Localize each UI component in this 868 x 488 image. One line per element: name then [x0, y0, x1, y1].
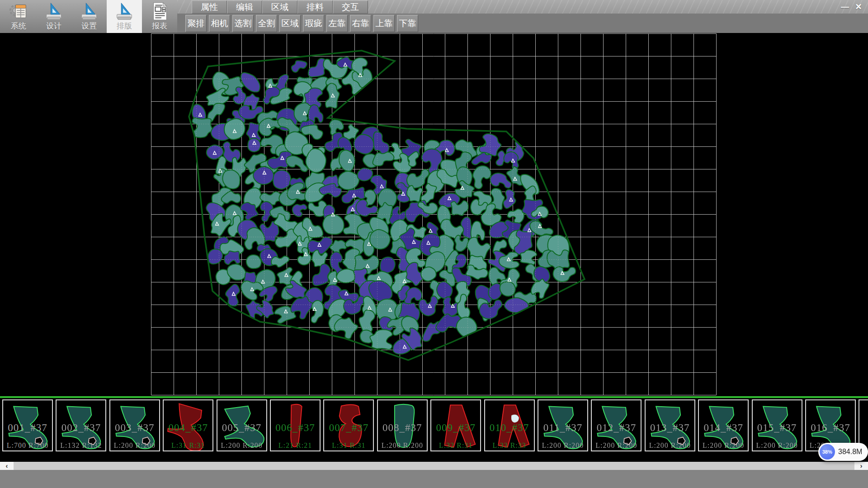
piece-name: 012_#37: [592, 422, 641, 434]
horizontal-scrollbar[interactable]: ‹ ›: [0, 462, 868, 470]
piece-thumbnail-3[interactable]: 003_#37L:200 R:200: [109, 399, 160, 451]
ruler-icon: [43, 1, 64, 22]
piece-name: 015_#37: [753, 422, 802, 434]
piece-name: 007_#37: [324, 422, 373, 434]
piece-name: 005_#37: [217, 422, 266, 434]
piece-lr-count: L:200 R:200: [592, 441, 641, 450]
menu-tab-3[interactable]: 区域: [262, 0, 297, 14]
piece-lr-count: L:200 R:200: [538, 441, 587, 450]
report-icon: [149, 1, 170, 22]
minimize-button[interactable]: —: [838, 1, 852, 12]
tool-button-2[interactable]: 相机: [209, 15, 230, 32]
tool-button-5[interactable]: 区域: [279, 15, 301, 32]
mode-button-5[interactable]: 报表: [142, 0, 177, 33]
piece-lr-count: L:200 R:200: [753, 441, 802, 450]
piece-thumbnail-8[interactable]: 008_#37L:200 R:200: [377, 399, 428, 451]
piece-thumbnail-5[interactable]: 005_#37L:200 R:200: [217, 399, 267, 451]
menu-tab-2[interactable]: 编辑: [227, 0, 262, 14]
piece-thumbnail-13[interactable]: 013_#37L:200 R:200: [645, 399, 695, 451]
tool-button-4[interactable]: 全割: [256, 15, 277, 32]
mode-button-label: 报表: [152, 22, 167, 31]
tool-button-3[interactable]: 选割: [232, 15, 254, 32]
piece-lr-count: L:21 R:21: [271, 441, 320, 450]
tool-button-9[interactable]: 上靠: [373, 15, 395, 32]
menu-tab-4[interactable]: 排料: [297, 0, 333, 14]
status-bar: [0, 470, 868, 488]
ruler-icon: [114, 1, 135, 22]
piece-lr-count: L:31 R:31: [164, 441, 212, 450]
piece-name: 013_#37: [646, 422, 694, 434]
progress-percent: 38%: [822, 449, 832, 455]
piece-lr-count: L:700 R:700: [3, 441, 52, 450]
progress-circle: 38%: [820, 444, 835, 460]
tool-button-10[interactable]: 下靠: [397, 15, 418, 32]
scroll-right-button[interactable]: ›: [854, 462, 868, 470]
tool-button-6[interactable]: 瑕疵: [303, 15, 324, 32]
piece-lr-count: L:200 R:200: [378, 441, 427, 450]
piece-thumbnail-7[interactable]: 007_#37L:31 R:31: [323, 399, 374, 451]
piece-thumbnail-6[interactable]: 006_#37L:21 R:21: [270, 399, 321, 451]
piece-lr-count: L:33 R:33: [485, 441, 534, 450]
mode-button-label: 排版: [117, 22, 132, 31]
system-icon: [8, 1, 29, 22]
piece-thumbnail-10[interactable]: 010_#37L:33 R:33: [484, 399, 535, 451]
piece-lr-count: L:200 R:200: [110, 441, 159, 450]
mode-button-4[interactable]: 排版: [107, 0, 142, 33]
piece-thumbnail-9[interactable]: 009_#37L:32 R:31: [430, 399, 481, 451]
ruler-icon: [79, 1, 99, 22]
memory-usage: 384.8M: [838, 448, 862, 456]
nesting-canvas[interactable]: [0, 33, 868, 397]
piece-name: 001_#37: [3, 422, 52, 434]
piece-lr-count: L:200 R:200: [217, 441, 266, 450]
piece-thumbnail-4[interactable]: 004_#37L:31 R:31: [163, 399, 213, 451]
piece-lr-count: L:132 R:132: [57, 441, 105, 450]
piece-lr-count: L:200 R:200: [646, 441, 694, 450]
piece-thumbnail-15[interactable]: 015_#37L:200 R:200: [752, 399, 802, 451]
tool-button-row: 聚排相机选割全割区域瑕疵左靠右靠上靠下靠: [185, 14, 420, 33]
piece-name: 011_#37: [538, 422, 587, 434]
piece-name: 004_#37: [164, 422, 212, 434]
pieces-thumbnail-strip: 001_#37L:700 R:700002_#37L:132 R:132003_…: [0, 399, 868, 452]
mode-button-label: 系统: [11, 22, 26, 31]
mode-button-1[interactable]: 系统: [1, 0, 36, 33]
piece-name: 006_#37: [271, 422, 320, 434]
window-controls: — ✕: [838, 1, 865, 12]
application-window: 系统设计设置排版报表 属性编辑区域排料交互 聚排相机选割全割区域瑕疵左靠右靠上靠…: [0, 0, 868, 488]
piece-name: 014_#37: [699, 422, 748, 434]
tool-button-8[interactable]: 右靠: [350, 15, 371, 32]
close-button[interactable]: ✕: [852, 1, 865, 12]
toolbar: 系统设计设置排版报表 属性编辑区域排料交互 聚排相机选割全割区域瑕疵左靠右靠上靠…: [0, 0, 868, 33]
piece-name: 008_#37: [378, 422, 427, 434]
piece-thumbnail-11[interactable]: 011_#37L:200 R:200: [538, 399, 588, 451]
scroll-left-button[interactable]: ‹: [0, 462, 14, 470]
menu-tab-bar: 属性编辑区域排料交互: [192, 0, 368, 14]
piece-thumbnail-1[interactable]: 001_#37L:700 R:700: [2, 399, 53, 451]
mode-button-label: 设置: [81, 22, 97, 31]
piece-name: 016_#37: [806, 422, 855, 434]
piece-name: 002_#37: [57, 422, 105, 434]
mode-button-3[interactable]: 设置: [71, 0, 107, 33]
strip-divider-line: [0, 396, 868, 398]
tool-button-7[interactable]: 左靠: [326, 15, 348, 32]
main-mode-buttons: 系统设计设置排版报表: [1, 0, 177, 33]
piece-thumbnail-14[interactable]: 014_#37L:200 R:200: [698, 399, 749, 451]
mode-button-label: 设计: [46, 22, 61, 31]
piece-thumbnail-12[interactable]: 012_#37L:200 R:200: [591, 399, 642, 451]
piece-name: 003_#37: [110, 422, 159, 434]
mode-button-2[interactable]: 设计: [36, 0, 71, 33]
piece-name: 009_#37: [431, 422, 480, 434]
menu-tab-1[interactable]: 属性: [192, 0, 227, 14]
tool-button-1[interactable]: 聚排: [185, 15, 207, 32]
progress-pill: 38% 384.8M: [818, 443, 868, 461]
piece-lr-count: L:31 R:31: [324, 441, 373, 450]
piece-thumbnail-2[interactable]: 002_#37L:132 R:132: [56, 399, 106, 451]
piece-lr-count: L:200 R:200: [699, 441, 748, 450]
piece-name: 010_#37: [485, 422, 534, 434]
piece-lr-count: L:32 R:31: [431, 441, 480, 450]
menu-tab-5[interactable]: 交互: [333, 0, 368, 14]
